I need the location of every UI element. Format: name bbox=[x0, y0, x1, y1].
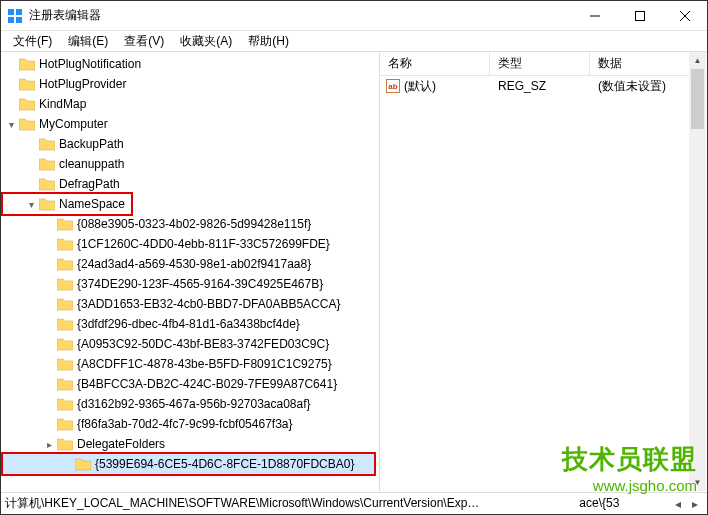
folder-icon bbox=[19, 77, 35, 91]
tree-item-selected[interactable]: {5399E694-6CE5-4D6C-8FCE-1D8870FDCBA0} bbox=[3, 454, 374, 474]
svg-rect-1 bbox=[16, 9, 22, 15]
close-button[interactable] bbox=[662, 1, 707, 31]
folder-icon bbox=[57, 397, 73, 411]
expand-icon[interactable]: ▸ bbox=[41, 439, 57, 450]
status-path: 计算机\HKEY_LOCAL_MACHINE\SOFTWARE\Microsof… bbox=[5, 495, 669, 512]
col-name[interactable]: 名称 bbox=[380, 51, 490, 76]
scroll-track[interactable] bbox=[689, 69, 706, 474]
statusbar: 计算机\HKEY_LOCAL_MACHINE\SOFTWARE\Microsof… bbox=[1, 492, 707, 514]
app-icon bbox=[7, 8, 23, 24]
folder-icon bbox=[39, 197, 55, 211]
svg-rect-2 bbox=[8, 17, 14, 23]
minimize-button[interactable] bbox=[572, 1, 617, 31]
tree-item[interactable]: HotPlugNotification bbox=[1, 54, 379, 74]
folder-icon bbox=[19, 97, 35, 111]
values-pane[interactable]: 名称 类型 数据 ab(默认) REG_SZ (数值未设置) bbox=[380, 52, 707, 493]
scroll-left-icon[interactable]: ◂ bbox=[669, 497, 686, 511]
tree-item[interactable]: {A8CDFF1C-4878-43be-B5FD-F8091C1C9275} bbox=[1, 354, 379, 374]
tree-item[interactable]: {d3162b92-9365-467a-956b-92703aca08af} bbox=[1, 394, 379, 414]
folder-icon bbox=[19, 117, 35, 131]
menu-favorites[interactable]: 收藏夹(A) bbox=[172, 31, 240, 52]
tree-item[interactable]: {3ADD1653-EB32-4cb0-BBD7-DFA0ABB5ACCA} bbox=[1, 294, 379, 314]
menubar: 文件(F) 编辑(E) 查看(V) 收藏夹(A) 帮助(H) bbox=[1, 31, 707, 51]
folder-icon bbox=[75, 457, 91, 471]
tree-pane[interactable]: HotPlugNotification HotPlugProvider Kind… bbox=[1, 52, 380, 493]
tree-item[interactable]: {B4BFCC3A-DB2C-424C-B029-7FE99A87C641} bbox=[1, 374, 379, 394]
svg-rect-3 bbox=[16, 17, 22, 23]
window-title: 注册表编辑器 bbox=[29, 7, 572, 24]
tree-item[interactable]: {088e3905-0323-4b02-9826-5d99428e115f} bbox=[1, 214, 379, 234]
folder-icon bbox=[57, 237, 73, 251]
menu-help[interactable]: 帮助(H) bbox=[240, 31, 297, 52]
tree-item[interactable]: ▸DelegateFolders bbox=[1, 434, 379, 454]
tree-item[interactable]: {3dfdf296-dbec-4fb4-81d1-6a3438bcf4de} bbox=[1, 314, 379, 334]
menu-file[interactable]: 文件(F) bbox=[5, 31, 60, 52]
expand-icon[interactable]: ▾ bbox=[3, 119, 19, 130]
tree-item-namespace[interactable]: ▾NameSpace bbox=[3, 194, 131, 214]
scroll-thumb[interactable] bbox=[691, 69, 704, 129]
folder-icon bbox=[57, 357, 73, 371]
tree-item[interactable]: {1CF1260C-4DD0-4ebb-811F-33C572699FDE} bbox=[1, 234, 379, 254]
menu-view[interactable]: 查看(V) bbox=[116, 31, 172, 52]
list-row[interactable]: ab(默认) REG_SZ (数值未设置) bbox=[380, 76, 707, 96]
folder-icon bbox=[57, 217, 73, 231]
list-header: 名称 类型 数据 bbox=[380, 52, 707, 76]
tree-item[interactable]: HotPlugProvider bbox=[1, 74, 379, 94]
folder-icon bbox=[57, 317, 73, 331]
folder-icon bbox=[57, 437, 73, 451]
tree-item[interactable]: {A0953C92-50DC-43bf-BE83-3742FED03C9C} bbox=[1, 334, 379, 354]
folder-icon bbox=[39, 177, 55, 191]
folder-icon bbox=[57, 277, 73, 291]
menu-edit[interactable]: 编辑(E) bbox=[60, 31, 116, 52]
folder-icon bbox=[39, 137, 55, 151]
scroll-down-icon[interactable]: ▼ bbox=[689, 474, 706, 491]
folder-icon bbox=[19, 57, 35, 71]
tree-item[interactable]: ▾MyComputer bbox=[1, 114, 379, 134]
tree-item[interactable]: KindMap bbox=[1, 94, 379, 114]
tree-item[interactable]: {24ad3ad4-a569-4530-98e1-ab02f9417aa8} bbox=[1, 254, 379, 274]
value-name: (默认) bbox=[404, 78, 436, 95]
tree-item[interactable]: DefragPath bbox=[1, 174, 379, 194]
svg-rect-5 bbox=[635, 11, 644, 20]
scroll-right-icon[interactable]: ▸ bbox=[686, 497, 703, 511]
folder-icon bbox=[57, 417, 73, 431]
folder-icon bbox=[57, 377, 73, 391]
string-value-icon: ab bbox=[386, 79, 400, 93]
value-type: REG_SZ bbox=[490, 79, 590, 93]
tree-item[interactable]: BackupPath bbox=[1, 134, 379, 154]
folder-icon bbox=[57, 257, 73, 271]
folder-icon bbox=[57, 297, 73, 311]
folder-icon bbox=[57, 337, 73, 351]
maximize-button[interactable] bbox=[617, 1, 662, 31]
expand-icon[interactable]: ▾ bbox=[23, 199, 39, 210]
tree-item[interactable]: {f86fa3ab-70d2-4fc7-9c99-fcbf05467f3a} bbox=[1, 414, 379, 434]
tree-item[interactable]: cleanuppath bbox=[1, 154, 379, 174]
scroll-up-icon[interactable]: ▲ bbox=[689, 52, 706, 69]
svg-rect-0 bbox=[8, 9, 14, 15]
folder-icon bbox=[39, 157, 55, 171]
vertical-scrollbar[interactable]: ▲ ▼ bbox=[689, 52, 706, 491]
col-type[interactable]: 类型 bbox=[490, 51, 590, 76]
tree-item[interactable]: {374DE290-123F-4565-9164-39C4925E467B} bbox=[1, 274, 379, 294]
